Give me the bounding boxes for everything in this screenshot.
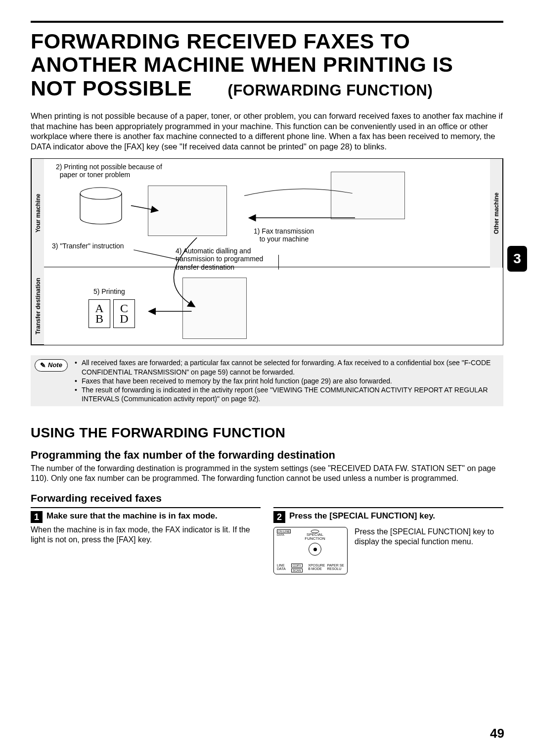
control-panel-icon: ON LINE DATA SPECIALFUNCTION LINEDATA xyxy=(273,527,348,574)
document-spool-icon xyxy=(79,187,123,226)
note-box: ✎ Note All received faxes are forwarded;… xyxy=(31,355,503,406)
section-heading: USING THE FORWARDING FUNCTION xyxy=(31,425,503,441)
page-title: FORWARDING RECEIVED FAXES TO ANOTHER MAC… xyxy=(31,30,503,100)
step-1: 1 Make sure that the machine is in fax m… xyxy=(31,507,261,574)
top-rule xyxy=(31,21,503,23)
step-title: Press the [SPECIAL FUNCTION] key. xyxy=(289,511,435,521)
other-fax-machine-icon xyxy=(331,172,405,219)
svg-point-0 xyxy=(80,188,122,199)
note-list: All received faxes are forwarded; a part… xyxy=(75,358,499,403)
step-body: When the machine is in fax mode, the FAX… xyxy=(31,525,261,544)
note-item: The result of forwarding is indicated in… xyxy=(75,385,499,403)
title-l1: FORWARDING RECEIVED FAXES TO xyxy=(31,29,410,53)
printed-pages: AB CD xyxy=(89,299,135,328)
step-body: Press the [SPECIAL FUNCTION] key to disp… xyxy=(355,527,503,546)
pencil-icon: ✎ xyxy=(40,361,46,370)
subsection-paragraph: The number of the forwarding destination… xyxy=(31,464,503,483)
label-transfer-destination: Transfer destination xyxy=(31,268,44,345)
your-fax-machine-icon xyxy=(148,186,227,236)
intro-paragraph: When printing is not possible because of… xyxy=(31,111,503,152)
page-a: AB xyxy=(89,299,110,328)
page-number: 49 xyxy=(490,726,504,741)
step-number: 1 xyxy=(31,511,43,523)
title-l3: NOT POSSIBLE xyxy=(31,76,192,100)
subsection-heading: Programming the fax number of the forwar… xyxy=(31,449,503,462)
note-badge: ✎ Note xyxy=(35,359,68,371)
label-your-machine: Your machine xyxy=(31,159,44,268)
step-2: 2 Press the [SPECIAL FUNCTION] key. ON L… xyxy=(273,507,503,574)
special-function-button-icon xyxy=(309,543,321,556)
diagram-step1: 1) Fax transmission to your machine xyxy=(254,227,314,243)
forwarding-diagram: Your machine Transfer destination Other … xyxy=(31,158,503,345)
page-c: CD xyxy=(113,299,135,328)
diagram-step5: 5) Printing xyxy=(93,287,125,295)
destination-fax-machine-icon xyxy=(182,278,247,339)
step-number: 2 xyxy=(273,511,285,523)
svg-line-3 xyxy=(134,250,178,260)
diagram-step2: 2) Printing not possible because of pape… xyxy=(56,163,162,179)
steps-row: 1 Make sure that the machine is in fax m… xyxy=(31,507,503,574)
title-sub: (FORWARDING FUNCTION) xyxy=(228,82,433,99)
subsection-heading-2: Forwarding received faxes xyxy=(31,492,503,504)
chapter-tab: 3 xyxy=(507,246,527,272)
title-l2: ANOTHER MACHINE WHEN PRINTING IS xyxy=(31,52,453,76)
diagram-step4: 4) Automatic dialling and transmission t… xyxy=(176,247,263,271)
step-title: Make sure that the machine is in fax mod… xyxy=(46,511,218,521)
diagram-step3: 3) "Transfer" instruction xyxy=(52,242,124,250)
note-item: Faxes that have been received to memory … xyxy=(75,377,499,385)
note-item: All received faxes are forwarded; a part… xyxy=(75,358,499,376)
label-other-machine: Other machine xyxy=(490,159,503,268)
